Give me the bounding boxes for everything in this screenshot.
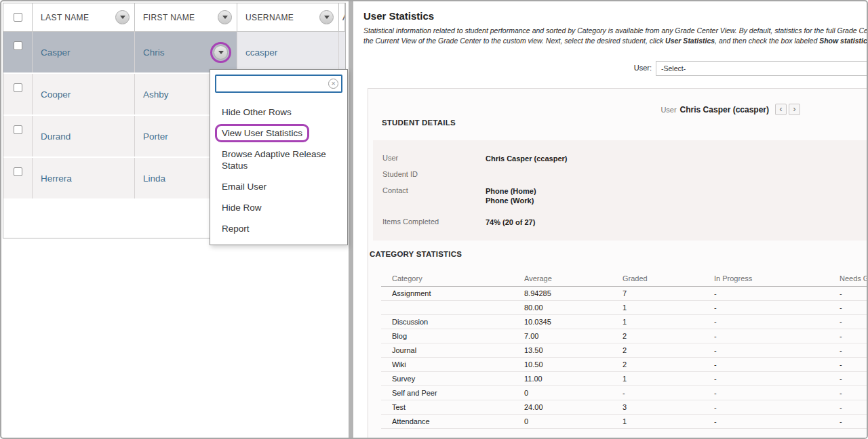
stats-table-body: Assignment8.942857--80.001--Discussion10…: [381, 287, 867, 429]
chevron-down-icon: [222, 16, 228, 19]
menu-item-label: Hide Row: [222, 203, 262, 213]
stats-cell: Test: [381, 403, 524, 411]
page-description: Statistical information related to stude…: [363, 26, 867, 45]
previous-user-button[interactable]: ‹: [775, 104, 787, 115]
stats-cell: Journal: [381, 346, 524, 354]
row-menu-button[interactable]: [214, 45, 228, 60]
menu-item-label: Browse Adaptive Release Status: [222, 149, 326, 171]
column-header-label: LAST NAME: [41, 13, 89, 22]
row-checkbox[interactable]: [14, 41, 22, 50]
stats-cell: Attendance: [381, 417, 524, 425]
annotation-highlight-ring: [210, 42, 231, 63]
screen: LAST NAME FIRST NAME USERNAME A CasperCh…: [0, 0, 868, 439]
column-menu-button[interactable]: [319, 10, 334, 24]
stats-cell: 2: [623, 332, 714, 340]
detail-row: Student ID: [382, 170, 867, 180]
row-checkbox[interactable]: [14, 125, 22, 134]
row-checkbox[interactable]: [14, 83, 22, 92]
column-menu-button[interactable]: [115, 10, 130, 24]
description-bold: User Statistics: [665, 37, 715, 45]
stats-cell: -: [840, 360, 867, 369]
category-statistics-table: CategoryAverageGradedIn ProgressNeeds Gr…: [381, 270, 867, 429]
stats-row: Test24.003--: [381, 400, 867, 415]
stats-cell: -: [840, 318, 867, 326]
menu-item-label: Hide Other Rows: [222, 107, 292, 117]
row-checkbox-cell: [3, 32, 33, 72]
column-header-last-name[interactable]: LAST NAME: [33, 3, 135, 31]
stats-cell: -: [714, 375, 840, 383]
last-name-text: Herrera: [41, 173, 72, 184]
menu-item-hide-row[interactable]: Hide Row: [210, 197, 347, 218]
row-checkbox[interactable]: [14, 167, 22, 176]
stats-cell: 10.50: [524, 360, 623, 369]
menu-items: Hide Other RowsView User StatisticsBrows…: [210, 98, 347, 245]
stats-cell: -: [714, 289, 840, 297]
stats-cell: 24.00: [524, 403, 623, 411]
stats-column-header: Average: [524, 274, 623, 283]
category-statistics-heading: CATEGORY STATISTICS: [370, 250, 462, 258]
username-text: ccasper: [245, 47, 277, 58]
row-checkbox-cell: [3, 116, 33, 156]
detail-label: User: [382, 154, 486, 163]
description-line-1: Statistical information related to stude…: [363, 26, 867, 36]
stats-column-header: Needs Grading: [840, 274, 867, 283]
chevron-down-icon: [324, 16, 330, 19]
description-line-2: the Current View of the Grade Center to …: [363, 36, 867, 46]
last-name-text: Cooper: [41, 89, 71, 100]
column-header-partial: A: [339, 3, 345, 31]
first-name-cell: Chris: [135, 32, 237, 72]
stats-cell: -: [714, 304, 840, 312]
column-header-label: USERNAME: [245, 13, 294, 22]
username-cell: ccasper: [237, 32, 339, 72]
menu-item-email-user[interactable]: Email User: [210, 176, 347, 197]
menu-item-view-user-statistics[interactable]: View User Statistics: [210, 123, 347, 144]
detail-value-line: Chris Casper (ccasper): [486, 154, 567, 163]
user-filter-label: User:: [621, 64, 652, 72]
user-pager-label: User: [660, 106, 676, 114]
clear-icon[interactable]: ✕: [328, 79, 338, 89]
user-pager-value: Chris Casper (ccasper): [680, 105, 769, 114]
student-details: UserChris Casper (ccasper)Student IDCont…: [373, 140, 867, 241]
user-select-dropdown[interactable]: -Select-: [656, 61, 867, 76]
column-header-first-name[interactable]: FIRST NAME: [135, 3, 237, 31]
menu-filter-input[interactable]: [215, 75, 342, 93]
menu-item-browse-adaptive-release-status[interactable]: Browse Adaptive Release Status: [210, 144, 347, 176]
user-select-value: -Select-: [661, 64, 686, 72]
menu-item-hide-other-rows[interactable]: Hide Other Rows: [210, 102, 347, 123]
menu-item-report[interactable]: Report: [210, 218, 347, 239]
column-header-username[interactable]: USERNAME: [237, 3, 339, 31]
select-all-cell: [3, 3, 33, 31]
page-title: User Statistics: [363, 10, 434, 22]
column-header-label: FIRST NAME: [143, 13, 195, 22]
detail-row: Items Completed74% (20 of 27): [382, 217, 867, 227]
menu-item-label: Report: [222, 224, 250, 234]
detail-value: Chris Casper (ccasper): [486, 154, 567, 163]
next-user-button[interactable]: ›: [789, 104, 800, 115]
stats-cell: -: [714, 332, 840, 340]
column-menu-button[interactable]: [218, 10, 232, 24]
student-row[interactable]: CasperChrisccasper: [3, 32, 345, 74]
last-name-cell: Cooper: [33, 74, 135, 114]
stats-cell: -: [840, 375, 867, 383]
select-all-checkbox[interactable]: [14, 13, 22, 22]
stats-cell: -: [840, 332, 867, 340]
stats-row: 80.001--: [381, 301, 867, 315]
stats-row: Discussion10.03451--: [381, 315, 867, 329]
stats-cell: 13.50: [524, 346, 623, 354]
chevron-down-icon: [218, 51, 224, 54]
stats-cell: 2: [623, 346, 714, 354]
stats-row: Blog7.002--: [381, 329, 867, 343]
stats-cell: -: [840, 417, 867, 425]
first-name-text: Linda: [143, 173, 165, 184]
user-pager: User Chris Casper (ccasper) ‹ ›: [368, 104, 800, 115]
description-bold: Show statistics for current: [819, 37, 867, 45]
first-name-text: Porter: [143, 131, 168, 142]
stats-cell: -: [714, 360, 840, 369]
stats-cell: Survey: [381, 375, 524, 383]
detail-row: ContactPhone (Home)Phone (Work): [382, 186, 867, 205]
stats-cell: 0: [524, 389, 623, 397]
stats-cell: 11.00: [524, 375, 623, 383]
stats-cell: -: [714, 417, 840, 425]
stats-cell: 1: [623, 375, 714, 383]
stats-cell: -: [840, 289, 867, 297]
